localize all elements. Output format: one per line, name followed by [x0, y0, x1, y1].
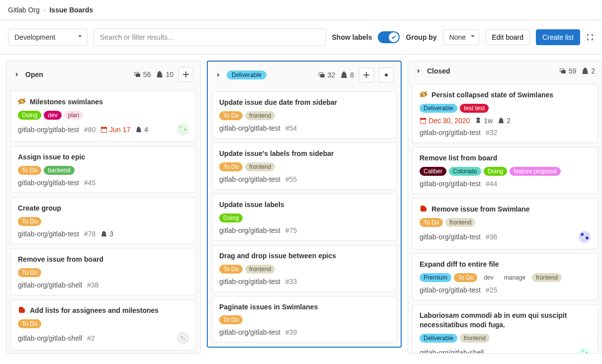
issue-card[interactable]: Create group To Do gitlab-org/gitlab-tes… — [10, 197, 196, 244]
label-To Do[interactable]: To Do — [219, 315, 243, 324]
card-project[interactable]: gitlab-org/gitlab-test — [18, 126, 79, 134]
avatar[interactable] — [579, 231, 591, 243]
card-issue-number[interactable]: #36 — [486, 233, 497, 241]
label-To Do[interactable]: To Do — [18, 217, 41, 226]
card-project[interactable]: gitlab-org/gitlab-shell — [18, 281, 82, 289]
issue-card[interactable]: Remove list from board CaliberColoradoDo… — [412, 147, 598, 194]
card-project[interactable]: gitlab-org/gitlab-shell — [420, 349, 484, 353]
card-project[interactable]: gitlab-org/gitlab-test — [420, 286, 481, 294]
card-issue-number[interactable]: #25 — [486, 286, 497, 294]
edit-board-button[interactable]: Edit board — [485, 29, 530, 45]
label-test test[interactable]: test test — [460, 104, 489, 113]
avatar[interactable] — [177, 124, 189, 136]
label-Deliverable[interactable]: Deliverable — [420, 334, 457, 343]
breadcrumb-root[interactable]: Gitlab Org — [8, 6, 40, 14]
label-To Do[interactable]: To Do — [219, 265, 243, 274]
card-issue-number[interactable]: #75 — [285, 226, 297, 234]
list-settings-button[interactable] — [379, 68, 394, 82]
issue-card[interactable]: Assign issue to epic To Dobackend gitlab… — [10, 146, 196, 193]
label-To Do[interactable]: To Do — [18, 319, 41, 328]
issue-card[interactable]: Milestones swimlanes Doingdevplan gitlab… — [10, 91, 196, 142]
issue-card[interactable]: Update issue labels Doing gitlab-org/git… — [212, 194, 397, 241]
label-To Do[interactable]: To Do — [219, 162, 243, 171]
card-issue-number[interactable]: #78 — [84, 230, 95, 238]
issue-card[interactable]: Paginate issues in Swimlanes To Do gitla… — [212, 296, 397, 343]
label-plan[interactable]: plan — [64, 111, 84, 120]
create-list-button[interactable]: Create list — [536, 29, 580, 45]
label-Doing[interactable]: Doing — [219, 214, 243, 222]
card-issue-number[interactable]: #55 — [285, 175, 297, 183]
issue-card[interactable]: Expand diff to entire file PremiumTo Dod… — [412, 253, 598, 300]
label-To Do[interactable]: To Do — [18, 166, 41, 175]
issue-card[interactable]: Drag and drop issue between epics To Dof… — [212, 245, 397, 292]
label-Colorado[interactable]: Colorado — [449, 167, 481, 176]
card-labels: Doingdevplan — [18, 111, 189, 120]
label-To Do[interactable]: To Do — [219, 111, 243, 120]
add-issue-button[interactable] — [178, 67, 193, 82]
issue-card[interactable]: Remove issue from board To Do gitlab-org… — [10, 248, 196, 295]
search-input[interactable] — [93, 28, 326, 46]
list-cards[interactable]: Persist collapsed state of Swimlanes Del… — [408, 81, 602, 353]
chevron-right-icon[interactable] — [215, 72, 222, 78]
card-issue-number[interactable]: #33 — [285, 278, 297, 286]
card-project[interactable]: gitlab-org/gitlab-test — [219, 278, 280, 286]
card-issue-number[interactable]: #39 — [285, 328, 297, 336]
card-project[interactable]: gitlab-org/gitlab-test — [18, 230, 79, 238]
card-meta: gitlab-org/gitlab-shell#38 — [18, 281, 189, 289]
issue-card[interactable]: Remove issue from Swimlane To Dofrontend… — [412, 198, 598, 249]
card-issue-number[interactable]: #80 — [84, 126, 95, 134]
label-Doing[interactable]: Doing — [18, 111, 41, 120]
label-frontend[interactable]: frontend — [532, 273, 562, 282]
card-project[interactable]: gitlab-org/gitlab-test — [219, 226, 280, 234]
fullscreen-icon[interactable] — [586, 33, 594, 41]
issue-card[interactable]: Update issue due date from sidebar To Do… — [212, 91, 397, 139]
label-Caliber[interactable]: Caliber — [420, 167, 446, 176]
label-Deliverable[interactable]: Deliverable — [420, 104, 457, 113]
card-project[interactable]: gitlab-org/gitlab-test — [18, 179, 79, 187]
issue-card[interactable]: Add lists for assignees and milestones T… — [10, 299, 196, 351]
breadcrumb-page[interactable]: Issue Boards — [49, 6, 93, 14]
list-title-label[interactable]: Deliverable — [227, 71, 266, 79]
card-issue-number[interactable]: #45 — [84, 179, 95, 187]
label-frontend[interactable]: frontend — [245, 162, 275, 171]
label-backend[interactable]: backend — [44, 166, 74, 175]
card-project[interactable]: gitlab-org/gitlab-test — [219, 124, 280, 132]
label-feature proposal[interactable]: feature proposal — [510, 167, 561, 176]
label-To Do[interactable]: To Do — [18, 268, 41, 277]
card-project[interactable]: gitlab-org/gitlab-test — [219, 328, 280, 336]
label-Premium[interactable]: Premium — [420, 273, 451, 282]
chevron-right-icon[interactable] — [13, 71, 20, 78]
label-frontend[interactable]: frontend — [445, 218, 475, 227]
chevron-right-icon[interactable] — [415, 68, 422, 74]
card-issue-number[interactable]: #2 — [87, 334, 95, 342]
label-To Do[interactable]: To Do — [420, 218, 443, 227]
list-cards[interactable]: Update issue due date from sidebar To Do… — [208, 88, 401, 347]
card-issue-number[interactable]: #44 — [486, 180, 497, 188]
card-project[interactable]: gitlab-org/gitlab-test — [420, 180, 481, 188]
card-project[interactable]: gitlab-org/gitlab-test — [420, 233, 481, 241]
card-issue-number[interactable]: #38 — [87, 281, 98, 289]
label-manage[interactable]: manage — [500, 273, 529, 282]
label-dev_plain[interactable]: dev — [480, 273, 497, 282]
issue-card[interactable]: Laboriosam commodi ab in eum qui suscipi… — [412, 304, 598, 353]
card-project[interactable]: gitlab-org/gitlab-test — [420, 129, 481, 137]
issue-card[interactable]: Persist collapsed state of Swimlanes Del… — [412, 84, 598, 143]
label-frontend[interactable]: frontend — [245, 265, 275, 274]
add-issue-button[interactable] — [359, 68, 374, 82]
group-by-select[interactable]: None — [443, 29, 479, 45]
list-cards[interactable]: Milestones swimlanes Doingdevplan gitlab… — [6, 88, 200, 353]
label-dev[interactable]: dev — [44, 111, 61, 120]
card-issue-number[interactable]: #32 — [486, 129, 497, 137]
card-project[interactable]: gitlab-org/gitlab-test — [219, 175, 280, 183]
show-labels-toggle[interactable] — [378, 31, 400, 43]
board-selector[interactable]: Development — [8, 29, 87, 46]
avatar[interactable] — [579, 347, 591, 353]
card-issue-number[interactable]: #54 — [285, 124, 297, 132]
card-project[interactable]: gitlab-org/gitlab-shell — [18, 334, 82, 342]
label-Doing[interactable]: Doing — [484, 167, 507, 176]
label-frontend[interactable]: frontend — [245, 111, 275, 120]
issue-card[interactable]: Update issue's labels from sidebar To Do… — [212, 143, 397, 190]
label-frontend[interactable]: frontend — [460, 334, 490, 343]
avatar[interactable] — [177, 332, 189, 344]
label-To Do[interactable]: To Do — [454, 273, 477, 282]
